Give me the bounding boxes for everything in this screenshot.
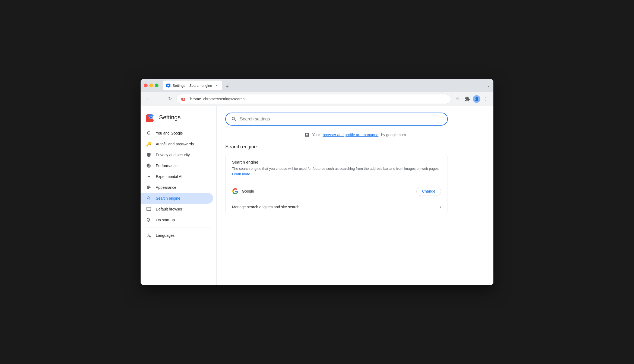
change-engine-button[interactable]: Change	[416, 187, 441, 196]
sidebar-item-you-and-google[interactable]: G You and Google	[141, 128, 213, 139]
appearance-icon	[146, 185, 151, 190]
managed-notice-suffix: by google.com	[381, 133, 406, 137]
svg-point-4	[150, 116, 152, 119]
autofill-icon: 🔑	[146, 141, 151, 147]
menu-button[interactable]: ⋮	[481, 95, 490, 103]
sidebar-item-appearance[interactable]: Appearance	[141, 182, 213, 193]
refresh-button[interactable]: ↻	[166, 95, 174, 103]
search-input[interactable]	[240, 117, 442, 122]
engine-row: Google Change	[226, 182, 448, 200]
chrome-logo-icon	[146, 113, 156, 122]
back-button[interactable]: ←	[144, 95, 153, 103]
tab-bar: Settings – Search engine × +	[163, 81, 485, 90]
card-description-section: Search engine The search engine that you…	[226, 154, 448, 182]
sidebar-item-performance[interactable]: Performance	[141, 160, 213, 171]
sidebar-item-experimental-ai[interactable]: ✦ Experimental AI	[141, 171, 213, 182]
sidebar-item-on-startup[interactable]: On start-up	[141, 215, 213, 225]
profile-avatar[interactable]: 👤	[473, 95, 480, 103]
languages-icon	[146, 233, 151, 238]
you-and-google-icon: G	[146, 130, 151, 136]
sidebar-item-default-browser[interactable]: Default browser	[141, 204, 213, 215]
address-chrome-label: Chrome	[188, 97, 201, 101]
extensions-icon	[465, 96, 470, 102]
toolbar-actions: ☆ 👤 ⋮	[453, 95, 490, 103]
address-bar[interactable]: Chrome chrome://settings/search	[176, 94, 451, 104]
sidebar-label-appearance: Appearance	[156, 185, 176, 190]
search-bar[interactable]	[225, 113, 448, 126]
title-bar: Settings – Search engine × + ⌄	[141, 79, 493, 92]
address-url: chrome://settings/search	[203, 97, 245, 101]
forward-button[interactable]: →	[155, 95, 163, 103]
privacy-icon	[146, 152, 151, 158]
bookmark-button[interactable]: ☆	[453, 95, 462, 103]
manage-search-engines-row[interactable]: Manage search engines and site search ›	[226, 200, 448, 214]
sidebar-item-privacy[interactable]: Privacy and security	[141, 149, 213, 160]
manage-search-engines-label: Manage search engines and site search	[232, 205, 299, 209]
main-content: Settings G You and Google 🔑 Autofill and…	[141, 106, 493, 285]
settings-tab-icon	[166, 83, 170, 88]
tab-title: Settings – Search engine	[173, 84, 212, 88]
experimental-ai-icon: ✦	[146, 174, 151, 179]
tab-close-button[interactable]: ×	[214, 83, 219, 88]
default-browser-icon	[146, 206, 151, 212]
search-icon	[231, 116, 237, 122]
sidebar-label-performance: Performance	[156, 164, 177, 168]
sidebar-label-autofill: Autofill and passwords	[156, 142, 194, 146]
search-engine-icon	[146, 196, 151, 201]
new-tab-button[interactable]: +	[223, 83, 231, 90]
active-tab[interactable]: Settings – Search engine ×	[163, 81, 222, 90]
maximize-traffic-light[interactable]	[155, 84, 158, 87]
manage-chevron-icon: ›	[440, 205, 441, 209]
nav-divider	[146, 228, 211, 228]
extensions-button[interactable]	[463, 95, 472, 103]
managed-notice: Your browser and profile are managed by …	[225, 132, 485, 138]
settings-page-title: Settings	[159, 114, 181, 121]
card-desc-text: The search engine that you choose will b…	[232, 167, 440, 171]
sidebar-item-autofill[interactable]: 🔑 Autofill and passwords	[141, 139, 213, 149]
close-traffic-light[interactable]	[144, 84, 148, 87]
search-engine-card: Search engine The search engine that you…	[225, 154, 448, 214]
on-startup-icon	[146, 217, 151, 223]
toolbar: ← → ↻ Chrome chrome://settings/search ☆ …	[141, 92, 493, 106]
sidebar-item-search-engine[interactable]: Search engine	[141, 193, 213, 204]
settings-header: Settings	[141, 110, 216, 128]
traffic-lights	[144, 84, 158, 87]
sidebar-label-you-and-google: You and Google	[156, 131, 183, 135]
engine-name: Google	[242, 189, 416, 193]
card-section-title: Search engine	[232, 160, 441, 164]
sidebar-label-experimental-ai: Experimental AI	[156, 174, 182, 179]
learn-more-link[interactable]: Learn more	[232, 172, 250, 176]
svg-point-1	[183, 98, 184, 100]
sidebar-label-search-engine: Search engine	[156, 196, 180, 200]
browser-window: Settings – Search engine × + ⌄ ← → ↻ Chr…	[141, 79, 493, 285]
section-title: Search engine	[225, 144, 485, 150]
managed-notice-link[interactable]: browser and profile are managed	[323, 133, 378, 137]
managed-notice-prefix: Your	[312, 133, 320, 137]
sidebar-item-languages[interactable]: Languages	[141, 230, 213, 241]
sidebar-label-default-browser: Default browser	[156, 207, 182, 211]
managed-icon	[304, 132, 310, 138]
tab-list-chevron[interactable]: ⌄	[487, 83, 490, 88]
sidebar: Settings G You and Google 🔑 Autofill and…	[141, 106, 217, 285]
google-g-logo	[232, 188, 239, 194]
sidebar-label-languages: Languages	[156, 233, 175, 238]
card-section-desc: The search engine that you choose will b…	[232, 166, 441, 177]
sidebar-label-on-startup: On start-up	[156, 218, 175, 222]
performance-icon	[146, 163, 151, 168]
page-area: Your browser and profile are managed by …	[217, 106, 493, 285]
search-bar-wrapper	[225, 113, 485, 126]
chrome-address-icon	[181, 97, 185, 101]
svg-rect-5	[147, 207, 151, 210]
minimize-traffic-light[interactable]	[149, 84, 153, 87]
sidebar-label-privacy: Privacy and security	[156, 153, 190, 157]
